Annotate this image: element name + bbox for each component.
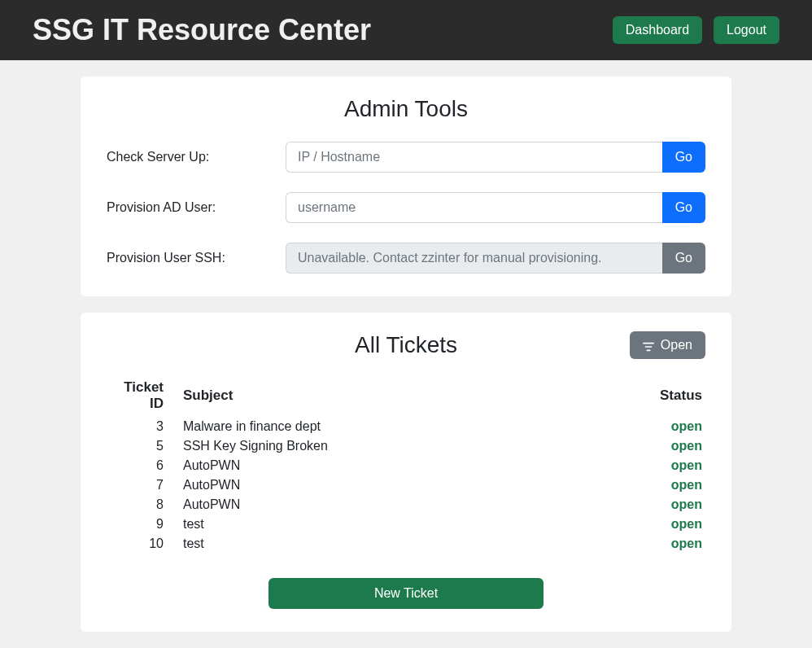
filter-label: Open — [661, 338, 692, 352]
cell-ticket-id: 6 — [107, 456, 180, 475]
cell-status: open — [632, 456, 705, 475]
tool-input[interactable] — [286, 142, 662, 173]
go-button: Go — [662, 243, 705, 274]
filter-open-button[interactable]: Open — [630, 331, 705, 359]
tickets-title: All Tickets — [107, 332, 705, 358]
navbar: SSG IT Resource Center Dashboard Logout — [0, 0, 812, 60]
tool-row: Check Server Up:Go — [107, 142, 705, 173]
tool-label: Provision User SSH: — [107, 251, 286, 265]
cell-ticket-id: 8 — [107, 495, 180, 514]
main-container: Admin Tools Check Server Up:GoProvision … — [81, 60, 731, 648]
tool-label: Provision AD User: — [107, 200, 286, 215]
input-group: Go — [286, 192, 705, 223]
logout-button[interactable]: Logout — [714, 16, 779, 44]
dashboard-button[interactable]: Dashboard — [613, 16, 702, 44]
col-subject: Subject — [180, 374, 632, 417]
new-ticket-wrap: New Ticket — [107, 578, 705, 609]
tool-label: Check Server Up: — [107, 150, 286, 164]
cell-status: open — [632, 436, 705, 456]
col-status: Status — [632, 374, 705, 417]
cell-ticket-id: 5 — [107, 436, 180, 456]
cell-ticket-id: 7 — [107, 475, 180, 495]
cell-status: open — [632, 514, 705, 534]
admin-tools-card: Admin Tools Check Server Up:GoProvision … — [81, 77, 731, 296]
tool-input[interactable] — [286, 192, 662, 223]
cell-ticket-id: 9 — [107, 514, 180, 534]
cell-status: open — [632, 534, 705, 554]
input-group: Go — [286, 142, 705, 173]
cell-subject: AutoPWN — [180, 475, 632, 495]
table-row[interactable]: 6AutoPWNopen — [107, 456, 705, 475]
navbar-right: Dashboard Logout — [613, 16, 779, 44]
cell-subject: AutoPWN — [180, 495, 632, 514]
cell-subject: test — [180, 534, 632, 554]
cell-subject: test — [180, 514, 632, 534]
tool-input — [286, 243, 662, 274]
tickets-header: All Tickets Open — [107, 332, 705, 358]
cell-ticket-id: 3 — [107, 417, 180, 436]
tickets-table: Ticket ID Subject Status 3Malware in fin… — [107, 374, 705, 554]
table-row[interactable]: 8AutoPWNopen — [107, 495, 705, 514]
tool-row: Provision AD User:Go — [107, 192, 705, 223]
cell-ticket-id: 10 — [107, 534, 180, 554]
col-ticket-id: Ticket ID — [107, 374, 180, 417]
go-button[interactable]: Go — [662, 192, 705, 223]
table-row[interactable]: 7AutoPWNopen — [107, 475, 705, 495]
table-header-row: Ticket ID Subject Status — [107, 374, 705, 417]
go-button[interactable]: Go — [662, 142, 705, 173]
table-row[interactable]: 3Malware in finance deptopen — [107, 417, 705, 436]
table-row[interactable]: 9testopen — [107, 514, 705, 534]
table-row[interactable]: 5SSH Key Signing Brokenopen — [107, 436, 705, 456]
input-group: Go — [286, 243, 705, 274]
cell-status: open — [632, 475, 705, 495]
filter-icon — [643, 340, 654, 350]
cell-status: open — [632, 495, 705, 514]
cell-subject: SSH Key Signing Broken — [180, 436, 632, 456]
cell-subject: AutoPWN — [180, 456, 632, 475]
tickets-card: All Tickets Open Ticket ID Subject Statu… — [81, 313, 731, 632]
admin-tools-title: Admin Tools — [107, 96, 705, 122]
cell-status: open — [632, 417, 705, 436]
navbar-brand: SSG IT Resource Center — [33, 13, 371, 47]
table-row[interactable]: 10testopen — [107, 534, 705, 554]
tool-row: Provision User SSH:Go — [107, 243, 705, 274]
new-ticket-button[interactable]: New Ticket — [268, 578, 544, 609]
tools-list: Check Server Up:GoProvision AD User:GoPr… — [107, 142, 705, 274]
cell-subject: Malware in finance dept — [180, 417, 632, 436]
